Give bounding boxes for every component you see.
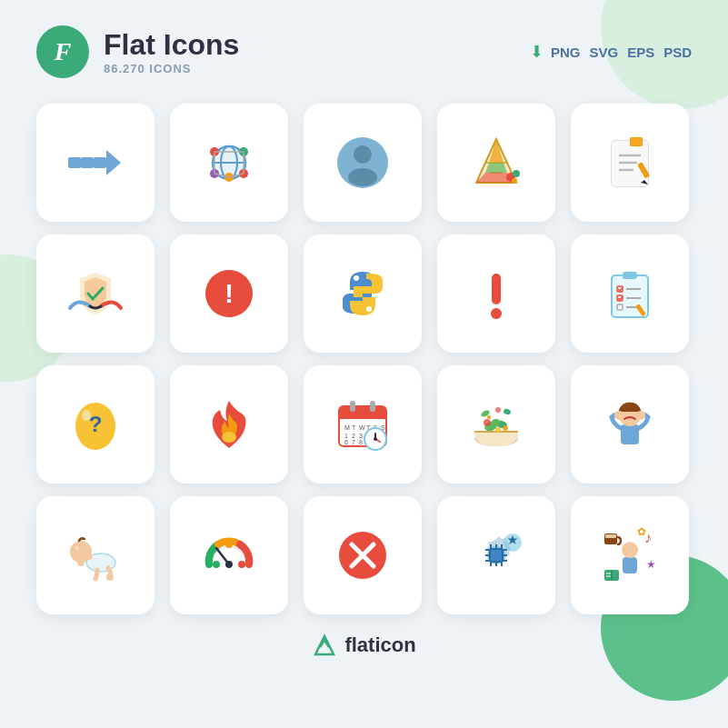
icon-card-speedometer[interactable] [170,496,288,614]
download-icon: ⬇ [530,42,544,62]
global-network-icon [196,130,262,195]
svg-point-103 [77,559,85,566]
svg-text:2: 2 [352,433,355,439]
python-icon [330,261,395,326]
format-png: PNG [551,45,581,60]
svg-point-83 [374,437,377,441]
icon-grid: ! [36,104,692,614]
salad-icon [464,392,529,457]
svg-text:6: 6 [344,439,348,445]
hobbies-icon: ♪ ✿ ★ [597,523,663,588]
svg-point-44 [366,306,372,312]
svg-rect-49 [623,272,637,279]
error-icon [330,523,395,588]
svg-point-20 [348,168,377,186]
svg-rect-37 [631,138,642,145]
icon-card-baby[interactable] [36,496,155,614]
svg-text:T: T [352,424,356,431]
svg-point-59 [82,410,91,421]
svg-rect-64 [350,401,355,412]
icon-card-fire[interactable] [170,365,288,484]
app-title: Flat Icons [104,28,239,62]
svg-point-60 [222,432,236,443]
svg-point-101 [75,546,79,550]
header-right: ⬇ PNG SVG EPS PSD [530,42,692,62]
svg-point-30 [512,178,517,184]
icon-card-exclamation[interactable] [437,234,555,353]
logo-circle: F [36,25,89,78]
icon-card-cpu[interactable] [437,496,555,614]
footer: flaticon [36,633,692,658]
svg-rect-96 [621,424,639,444]
svg-point-130 [622,542,638,558]
svg-text:8: 8 [359,439,363,445]
svg-point-19 [354,145,372,164]
header-title-block: Flat Icons 86.270 ICONS [104,28,239,75]
svg-text:✿: ✿ [637,525,646,538]
header-left: F Flat Icons 86.270 ICONS [36,25,239,78]
document-icon [597,130,663,195]
svg-point-91 [495,427,501,433]
alert-icon: ! [196,261,262,326]
svg-text:W: W [359,424,365,431]
svg-rect-63 [339,414,386,419]
tasklist-icon [597,261,663,326]
handshake-icon [63,261,128,326]
svg-point-104 [106,573,114,581]
icon-card-salad[interactable] [437,365,555,484]
icon-card-document[interactable] [571,104,689,222]
calendar-icon: MTWTFS 12345 678 [330,392,395,457]
icon-card-stressed[interactable] [571,365,689,484]
baby-icon [63,523,128,588]
format-svg: SVG [589,45,618,60]
icon-card-calendar[interactable]: MTWTFS 12345 678 [304,365,422,484]
svg-rect-54 [617,304,623,310]
icon-card-question-egg[interactable]: ? [36,365,155,484]
svg-point-89 [484,419,491,426]
icon-card-hobbies[interactable]: ♪ ✿ ★ [571,496,689,614]
logo-letter: F [55,37,72,66]
svg-rect-129 [623,557,637,573]
icon-card-python[interactable] [304,234,422,353]
exclamation-icon [464,261,529,326]
icon-card-error[interactable] [304,496,422,614]
svg-text:3: 3 [359,433,363,439]
brand-name: flaticon [344,633,415,657]
svg-point-99 [636,411,645,420]
forward-arrow-icon [63,130,128,195]
icon-card-food-pyramid[interactable] [437,104,555,222]
svg-rect-132 [605,534,616,538]
svg-rect-115 [491,550,502,561]
format-psd: PSD [663,45,692,60]
icon-card-alert[interactable]: ! [170,234,288,353]
svg-rect-0 [68,157,81,168]
svg-rect-65 [370,401,375,412]
svg-text:★: ★ [646,558,656,571]
icon-card-user-avatar[interactable] [304,104,422,222]
svg-rect-45 [492,274,501,304]
svg-text:M: M [344,424,350,431]
cpu-icon [464,523,529,588]
speedometer-icon [196,523,262,588]
svg-point-98 [614,411,623,420]
user-avatar-icon [330,130,395,195]
icon-card-forward-arrow[interactable] [36,104,155,222]
svg-text:7: 7 [352,439,355,445]
icon-count: 86.270 ICONS [104,62,239,75]
svg-point-46 [491,308,502,319]
icon-card-handshake[interactable] [36,234,155,353]
header: F Flat Icons 86.270 ICONS ⬇ PNG SVG EPS … [36,25,692,78]
svg-point-43 [354,275,359,281]
svg-point-108 [225,541,233,548]
icon-card-tasklist[interactable] [571,234,689,353]
format-eps: EPS [627,45,654,60]
svg-text:!: ! [224,278,234,308]
svg-text:1: 1 [344,433,348,439]
food-pyramid-icon [464,130,529,195]
svg-point-93 [503,408,512,415]
svg-point-106 [225,561,233,568]
icon-card-global-network[interactable] [170,104,288,222]
fire-icon [196,392,262,457]
svg-rect-1 [81,157,94,168]
svg-marker-3 [106,150,121,175]
